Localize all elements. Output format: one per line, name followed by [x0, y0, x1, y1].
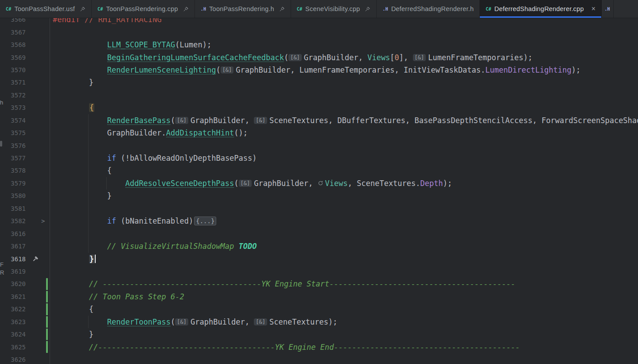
code-line-3621[interactable]: 3621// Toon Pass Step 6-2 [0, 290, 638, 303]
code-line-3568[interactable]: 3568LLM_SCOPE_BYTAG(Lumen); [0, 39, 638, 51]
code-text: // VisualizeVirtualShadowMap TODO [50, 242, 638, 251]
token-pn: ], [399, 53, 413, 62]
line-number: 3622 [0, 306, 26, 313]
close-icon[interactable]: × [591, 5, 596, 12]
token-var: GraphBuilder [191, 318, 245, 326]
header-file-icon: .H [201, 7, 206, 12]
token-pn: } [89, 330, 93, 339]
code-line-3580[interactable]: 3580} [0, 190, 638, 202]
code-line-3578[interactable]: 3578{ [0, 164, 638, 177]
line-number: 3581 [0, 205, 26, 212]
ref-inlay-hint: [&] [413, 54, 426, 61]
line-number: 3624 [0, 331, 26, 338]
code-line-3581[interactable]: 3581 [0, 202, 638, 215]
code-line-3572[interactable]: 3572 [0, 89, 638, 101]
token-num: 0 [395, 53, 399, 62]
token-var: GraphBuilder [191, 116, 245, 125]
code-line-3576[interactable]: 3576 [0, 139, 638, 151]
fold-chevron-icon[interactable]: > [41, 217, 45, 225]
line-number: 3571 [0, 79, 26, 86]
code-line-3575[interactable]: 3575GraphBuilder.AddDispatchHint(); [0, 127, 638, 139]
code-line-3582[interactable]: 3582>if (bNaniteEnabled){...} [0, 215, 638, 227]
ref-inlay-hint: [&] [239, 180, 252, 187]
token-pn: ) [189, 217, 193, 225]
clipped-tool-label: F [0, 261, 4, 268]
code-line-3616[interactable]: 3616 [0, 227, 638, 240]
token-var: InitViewTaskDatas [404, 66, 481, 74]
editor-tab-SceneVisibility.cpp[interactable]: C#SceneVisibility.cpp [291, 0, 377, 18]
code-line-3626[interactable]: 3626 [0, 353, 638, 364]
ref-inlay-hint: [&] [288, 54, 302, 61]
token-fn: AddDispatchHint [166, 128, 234, 137]
pin-icon[interactable] [279, 6, 285, 12]
code-line-3577[interactable]: 3577if (!bAllowReadOnlyDepthBasePass) [0, 152, 638, 164]
gutter: 3619 [0, 265, 50, 278]
code-text: { [50, 305, 638, 314]
code-line-3567[interactable]: 3567 [0, 26, 638, 38]
token-pn: ); [523, 53, 532, 62]
header-file-icon: .H [604, 7, 610, 12]
token-fn: RenderToonPass [107, 318, 171, 326]
gutter: 3575 [0, 127, 50, 139]
code-line-3571[interactable]: 3571} [0, 76, 638, 89]
code-line-3620[interactable]: 3620// ---------------------------------… [0, 278, 638, 290]
code-text: { [50, 103, 638, 112]
code-line-3570[interactable]: 3570RenderLumenSceneLighting([&]GraphBui… [0, 64, 638, 76]
hammer-icon[interactable] [32, 256, 39, 262]
code-line-3574[interactable]: 3574RenderBasePass([&]GraphBuilder, [&]S… [0, 114, 638, 127]
token-pn: { [107, 166, 112, 175]
code-line-3618[interactable]: 3618} [0, 252, 638, 265]
line-number: 3582 [0, 217, 26, 225]
line-number: 3579 [0, 180, 26, 187]
clipped-tool-label: R [0, 269, 4, 276]
code-line-3579[interactable]: 3579AddResolveSceneDepthPass([&]GraphBui… [0, 177, 638, 190]
line-number: 3567 [0, 29, 26, 36]
code-text: if (!bAllowReadOnlyDepthBasePass) [50, 154, 638, 163]
token-cm: //--------------------------------------… [89, 343, 520, 352]
line-number: 3580 [0, 192, 26, 199]
code-text: LLM_SCOPE_BYTAG(Lumen); [50, 40, 638, 49]
pin-icon[interactable] [183, 6, 189, 12]
vcs-added-marker [46, 291, 48, 302]
pin-icon[interactable] [365, 6, 370, 12]
editor-tab-ToonPassRendering.cpp[interactable]: C#ToonPassRendering.cpp [92, 0, 195, 18]
token-var: ForwardScreenSpaceShadowMaskTexture [541, 116, 638, 125]
editor-tab-DeferredShadingRenderer.cpp[interactable]: C#DeferredShadingRenderer.cpp× [480, 0, 602, 18]
code-text: // -----------------------------------YK… [50, 279, 638, 288]
line-number: 3575 [0, 129, 26, 136]
code-line-3619[interactable]: 3619 [0, 265, 638, 278]
gutter: 3625 [0, 341, 50, 353]
token-pn: ); [443, 179, 452, 188]
code-line-3625[interactable]: 3625//----------------------------------… [0, 341, 638, 353]
code-line-3623[interactable]: 3623RenderToonPass([&]GraphBuilder, [&]S… [0, 316, 638, 328]
code-line-3566[interactable]: 3566#endif // RHI_RAYTRACING [0, 18, 638, 26]
token-pn: ( [116, 217, 125, 225]
line-number: 3625 [0, 344, 26, 351]
gutter: 3581 [0, 202, 50, 215]
editor-tab-ToonPassRendering.h[interactable]: .HToonPassRendering.h [195, 0, 291, 18]
gutter: 3621 [0, 290, 50, 303]
token-cm: // Toon Pass Step 6-2 [89, 292, 184, 301]
code-line-3624[interactable]: 3624} [0, 328, 638, 341]
code-line-3617[interactable]: 3617// VisualizeVirtualShadowMap TODO [0, 240, 638, 252]
code-text: } [50, 255, 638, 263]
editor-tab-DeferredShadingRenderer.h[interactable]: .HDeferredShadingRenderer.h [377, 0, 480, 18]
code-line-3569[interactable]: 3569BeginGatheringLumenSurfaceCacheFeedb… [0, 51, 638, 63]
code-line-3622[interactable]: 3622{ [0, 303, 638, 315]
code-line-3573[interactable]: 3573{ [0, 101, 638, 114]
token-pn: , [245, 116, 254, 125]
code-editor[interactable]: 3566#endif // RHI_RAYTRACING35673568LLM_… [0, 18, 638, 364]
editor-tab-ToonPassShader.usf[interactable]: C#ToonPassShader.usf [0, 0, 92, 18]
tab-label: ToonPassRendering.h [209, 5, 274, 12]
code-text: } [50, 191, 638, 200]
token-var: GraphBuilder [107, 128, 162, 137]
folded-code-placeholder[interactable]: {...} [194, 217, 216, 225]
token-fn: BeginGatheringLumenSurfaceCacheFeedback [107, 53, 284, 62]
editor-tab-partial[interactable]: .H [602, 0, 614, 18]
line-number: 3577 [0, 155, 26, 162]
token-var: SceneTextures [357, 179, 416, 188]
code-text: // Toon Pass Step 6-2 [50, 292, 638, 301]
pin-icon[interactable] [80, 6, 86, 12]
indent-guide [88, 114, 89, 253]
token-pn: { [89, 305, 93, 314]
